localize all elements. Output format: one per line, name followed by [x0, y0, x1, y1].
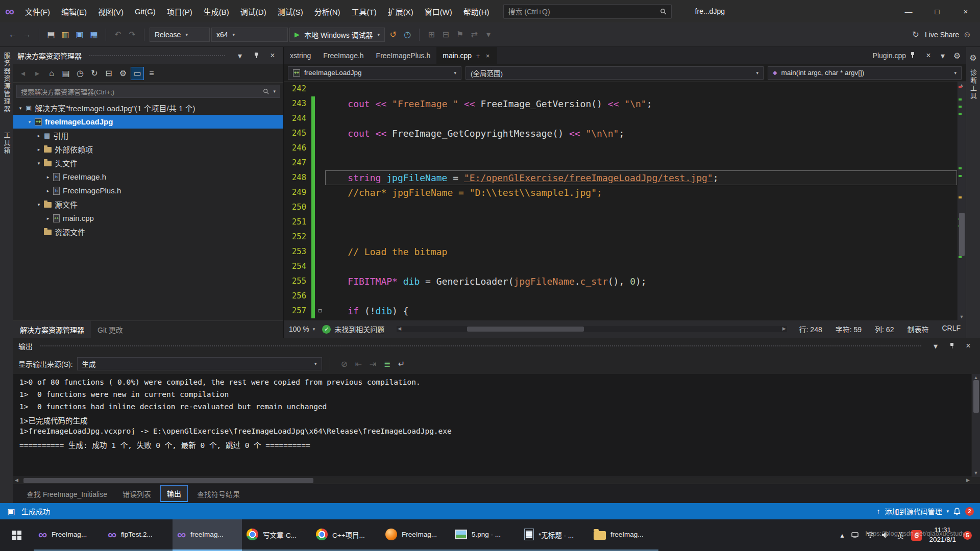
- ime-indicator[interactable]: 英: [897, 530, 904, 540]
- expander-icon[interactable]: ▸: [35, 147, 43, 152]
- panel-tab[interactable]: 查找 FreeImage_Initialise: [20, 486, 113, 502]
- tree-item[interactable]: ▾▣解决方案"freeImageLoadJpg"(1 个项目/共 1 个): [13, 101, 283, 115]
- scroll-up-icon[interactable]: ▲: [972, 375, 980, 380]
- collapse-all-icon[interactable]: ⊟: [102, 67, 115, 80]
- code-line[interactable]: 245 cout << FreeImage_GetCopyrightMessag…: [284, 126, 957, 141]
- expander-icon[interactable]: ▸: [44, 216, 52, 221]
- editor-tab[interactable]: FreeImage.h: [317, 47, 370, 64]
- live-share-button[interactable]: ↻ Live Share: [909, 28, 959, 41]
- wifi-icon[interactable]: [866, 532, 874, 538]
- menu-item[interactable]: 分析(N): [309, 0, 346, 22]
- editor-tab[interactable]: Plugin.cpp: [867, 52, 922, 60]
- editor-tab[interactable]: main.cpp+×: [436, 47, 497, 64]
- tree-item[interactable]: ▾源文件: [13, 197, 283, 211]
- editor-tab[interactable]: xstring: [284, 47, 317, 64]
- code-line[interactable]: 248 string jpgFileName = "E:/openGlExerc…: [284, 170, 957, 185]
- configuration-dropdown[interactable]: Release▾: [150, 28, 210, 42]
- panel-tab[interactable]: 输出: [160, 485, 188, 502]
- taskbar-app[interactable]: C++项目...: [311, 519, 381, 551]
- code-line[interactable]: 250: [284, 200, 957, 215]
- redo-icon[interactable]: ↷: [126, 28, 139, 41]
- pending-changes-filter-icon[interactable]: ▤: [59, 67, 72, 80]
- output-horizontal-scrollbar[interactable]: ◀ ▶: [13, 477, 980, 484]
- member-dropdown[interactable]: ◆ main(int argc, char * argv[]) ▾: [768, 66, 962, 80]
- navigate-backward-icon[interactable]: ←: [6, 28, 19, 41]
- code-line[interactable]: 256: [284, 289, 957, 304]
- pin-icon[interactable]: [945, 339, 959, 353]
- previous-message-icon[interactable]: ⇤: [352, 357, 365, 370]
- chevron-down-icon[interactable]: ▾: [946, 509, 949, 514]
- nav-back-icon[interactable]: ◂: [16, 67, 30, 80]
- editor-horizontal-scrollbar[interactable]: ◀ ▶: [397, 326, 787, 332]
- messages-list-icon[interactable]: ≣: [381, 357, 394, 370]
- project-dropdown[interactable]: ++ freeImageLoadJpg ▾: [288, 66, 461, 80]
- navigate-forward-icon[interactable]: →: [20, 28, 34, 41]
- feedback-icon[interactable]: ☺: [961, 28, 974, 41]
- menu-item[interactable]: 窗口(W): [419, 0, 458, 22]
- expander-icon[interactable]: ▸: [44, 188, 52, 193]
- eol-indicator[interactable]: CRLF: [942, 324, 961, 334]
- add-to-source-control-button[interactable]: 添加到源代码管理: [885, 506, 942, 516]
- tree-item[interactable]: ▸++main.cpp: [13, 211, 283, 225]
- code-line[interactable]: 246: [284, 141, 957, 156]
- menu-item[interactable]: Git(G): [129, 0, 161, 22]
- close-panel-icon[interactable]: ×: [962, 339, 975, 353]
- scroll-left-icon[interactable]: ◀: [398, 326, 401, 331]
- immediate-window-icon[interactable]: ⊟: [439, 28, 452, 41]
- sidebar-tab-server-explorer[interactable]: 服务器资源管理器: [2, 52, 12, 113]
- undo-icon[interactable]: ↶: [111, 28, 125, 41]
- menu-item[interactable]: 工具(T): [346, 0, 382, 22]
- code-line[interactable]: 247: [284, 156, 957, 170]
- taskbar-app[interactable]: *无标题 - ...: [520, 519, 589, 551]
- menu-item[interactable]: 视图(V): [92, 0, 129, 22]
- scroll-right-icon[interactable]: ▶: [966, 478, 970, 483]
- editor-vertical-scrollbar[interactable]: ▲ ▼: [957, 82, 966, 320]
- panel-tab[interactable]: 查找符号结果: [191, 486, 246, 502]
- explorer-tab[interactable]: Git 更改: [91, 321, 130, 338]
- properties-icon[interactable]: ⚙: [116, 67, 130, 80]
- settings-gear-icon[interactable]: ⚙: [967, 51, 980, 64]
- bookmark-icon[interactable]: ⚑: [453, 28, 467, 41]
- code-line[interactable]: 253 // Load the bitmap: [284, 244, 957, 259]
- global-search-box[interactable]: 搜索 (Ctrl+Q): [503, 4, 672, 19]
- close-document-icon[interactable]: ×: [922, 49, 935, 62]
- save-icon[interactable]: ▣: [73, 28, 86, 41]
- sidebar-tab-toolbox[interactable]: 工具箱: [2, 132, 12, 155]
- preview-selected-icon[interactable]: ▭: [131, 67, 144, 80]
- scroll-left-icon[interactable]: ◀: [15, 478, 18, 483]
- start-button[interactable]: [0, 519, 34, 551]
- dock-grip[interactable]: [40, 345, 922, 347]
- platform-dropdown[interactable]: x64▾: [211, 28, 288, 42]
- navigate-bookmarks-icon[interactable]: ⇄: [468, 28, 481, 41]
- tray-chevron-icon[interactable]: ▴: [840, 531, 844, 539]
- explorer-tab[interactable]: 解决方案资源管理器: [13, 321, 91, 338]
- tree-item[interactable]: 资源文件: [13, 225, 283, 239]
- line-indicator[interactable]: 行: 248: [799, 324, 822, 334]
- code-line[interactable]: 251: [284, 215, 957, 230]
- chevron-down-icon[interactable]: ▾: [273, 89, 276, 94]
- sidebar-tab-diagnostics[interactable]: 诊断工具: [968, 69, 978, 100]
- menu-item[interactable]: 扩展(X): [382, 0, 419, 22]
- menu-item[interactable]: 文件(F): [19, 0, 56, 22]
- notifications-bell-icon[interactable]: [953, 508, 961, 515]
- solution-search-input[interactable]: 搜索解决方案资源管理器(Ctrl+;) ▾: [16, 85, 280, 98]
- scroll-down-icon[interactable]: ▼: [972, 470, 980, 475]
- tree-item[interactable]: ▾++freeImageLoadJpg: [13, 115, 283, 129]
- output-vertical-scrollbar[interactable]: ▲ ▼: [971, 374, 980, 477]
- menu-item[interactable]: 编辑(E): [56, 0, 92, 22]
- tray-app-icon[interactable]: S: [911, 530, 922, 541]
- taskbar-app[interactable]: ∞freeImag...: [173, 519, 242, 551]
- notifications-badge[interactable]: 2: [965, 507, 974, 516]
- timeline-icon[interactable]: ◷: [74, 67, 87, 80]
- taskbar-app[interactable]: freeImag...: [589, 519, 658, 551]
- sync-icon[interactable]: ↻: [88, 67, 101, 80]
- volume-icon[interactable]: [881, 532, 890, 539]
- code-line[interactable]: 242: [284, 82, 957, 96]
- window-menu-icon[interactable]: ▾: [233, 49, 247, 62]
- display-icon[interactable]: [851, 532, 859, 539]
- pin-icon[interactable]: [250, 49, 263, 62]
- indent-indicator[interactable]: 制表符: [907, 324, 928, 334]
- code-editor[interactable]: 242243 cout << "FreeImage " << FreeImage…: [284, 82, 966, 320]
- code-line[interactable]: 257⊟ if (!dib) {: [284, 304, 957, 318]
- code-line[interactable]: 255 FIBITMAP* dib = GenericLoader(jpgFil…: [284, 274, 957, 289]
